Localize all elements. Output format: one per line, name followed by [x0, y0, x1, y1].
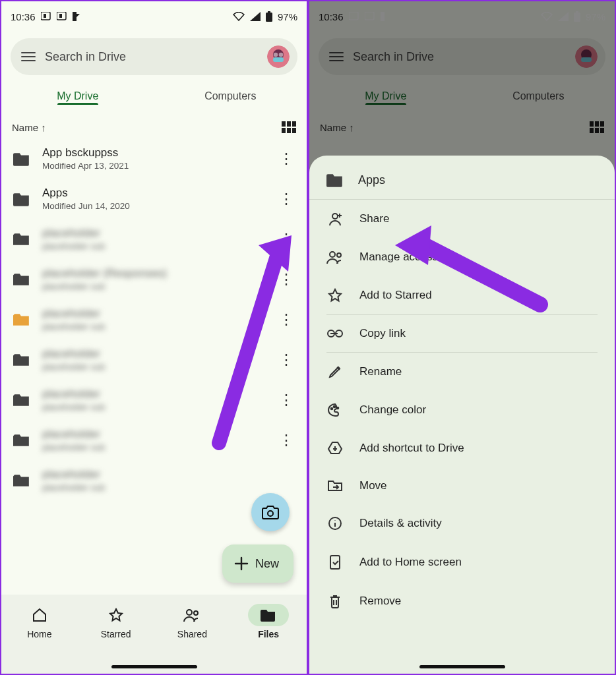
star-icon [326, 288, 344, 303]
status-icon-2 [57, 12, 67, 21]
sheet-change-color[interactable]: Change color [309, 391, 615, 429]
more-icon[interactable]: ⋮ [276, 191, 296, 208]
svg-rect-14 [292, 121, 296, 127]
sheet-details[interactable]: Details & activity [309, 504, 615, 543]
tabs: My Drive Computers [1, 79, 307, 113]
svg-rect-44 [330, 556, 340, 569]
sheet-add-shortcut[interactable]: Add shortcut to Drive [309, 429, 615, 467]
nav-files[interactable]: Files [230, 604, 307, 674]
sheet-move[interactable]: Move [309, 467, 615, 504]
info-icon [326, 516, 344, 531]
more-icon[interactable]: ⋮ [276, 150, 296, 167]
clock: 10:36 [11, 11, 36, 22]
avatar[interactable] [267, 45, 290, 68]
list-item[interactable]: placeholderplaceholder sub ⋮ [5, 339, 303, 380]
svg-rect-16 [287, 128, 291, 133]
add-to-home-icon [326, 554, 344, 570]
plus-icon [234, 556, 249, 571]
more-icon[interactable]: ⋮ [276, 311, 296, 328]
svg-point-41 [334, 406, 336, 408]
camera-icon [262, 505, 279, 519]
people-icon [183, 608, 200, 622]
sheet-share[interactable]: Share [309, 200, 615, 238]
star-icon [108, 608, 124, 622]
camera-fab[interactable] [251, 493, 290, 531]
arrow-up-icon: ↑ [41, 122, 46, 133]
nav-home[interactable]: Home [1, 604, 78, 674]
sheet-rename[interactable]: Rename [309, 353, 615, 391]
svg-point-42 [337, 407, 339, 409]
tab-my-drive[interactable]: My Drive [1, 90, 154, 102]
people-icon [326, 250, 344, 264]
wifi-icon [233, 12, 245, 21]
folder-icon [12, 152, 32, 166]
sort-by-name[interactable]: Name ↑ [12, 122, 46, 133]
sheet-add-home[interactable]: Add to Home screen [309, 543, 615, 582]
search-placeholder: Search in Drive [45, 50, 258, 64]
list-item[interactable]: placeholder (Responses)placeholder sub ⋮ [5, 259, 303, 299]
svg-rect-9 [273, 57, 284, 62]
folder-icon [12, 272, 32, 287]
move-icon [326, 479, 344, 492]
folder-icon [12, 393, 32, 407]
list-item[interactable]: Apps Modified Jun 14, 2020 ⋮ [5, 179, 303, 219]
nav-handle[interactable] [419, 665, 505, 668]
status-bar: 10:36 97% [1, 1, 307, 32]
svg-point-20 [194, 611, 198, 615]
sort-label: Name [12, 122, 38, 133]
phone-right: 10:36 97% Search in Drive My Drive Compu… [308, 0, 616, 675]
sheet-manage-access[interactable]: Manage access [309, 238, 615, 276]
svg-rect-12 [282, 121, 286, 127]
file-sub: Modified Apr 13, 2021 [42, 161, 266, 171]
new-fab[interactable]: New [222, 544, 293, 583]
folder-icon [326, 173, 344, 187]
grid-view-icon[interactable] [282, 121, 296, 133]
list-item[interactable]: placeholderplaceholder sub ⋮ [5, 380, 303, 420]
svg-rect-3 [59, 14, 62, 18]
menu-icon[interactable] [21, 52, 36, 61]
folder-icon [12, 192, 32, 206]
more-icon[interactable]: ⋮ [276, 351, 296, 368]
nav-starred[interactable]: Starred [78, 604, 154, 674]
svg-point-35 [332, 214, 338, 219]
battery-pct: 97% [278, 11, 297, 22]
file-list: App bsckuppss Modified Apr 13, 2021 ⋮ Ap… [1, 138, 307, 500]
nav-handle[interactable] [111, 665, 197, 668]
svg-rect-17 [292, 128, 296, 133]
nav-shared[interactable]: Shared [154, 604, 231, 674]
more-icon[interactable]: ⋮ [276, 231, 296, 248]
pencil-icon [326, 365, 344, 379]
sheet-copy-link[interactable]: Copy link [309, 315, 615, 352]
tab-computers[interactable]: Computers [154, 90, 307, 102]
svg-rect-13 [287, 121, 291, 127]
folder-icon [12, 473, 32, 488]
file-name: App bsckuppss [42, 146, 266, 160]
folder-icon [261, 608, 276, 622]
sheet-remove[interactable]: Remove [309, 582, 615, 620]
status-icon-3 [73, 12, 80, 21]
bottom-nav: Home Starred Shared Files [1, 595, 307, 674]
list-item[interactable]: placeholderplaceholder sub ⋮ [5, 420, 303, 460]
list-item[interactable]: placeholderplaceholder sub [5, 460, 303, 500]
search-bar[interactable]: Search in Drive [11, 38, 297, 75]
list-item[interactable]: App bsckuppss Modified Apr 13, 2021 ⋮ [5, 138, 303, 179]
palette-icon [326, 403, 344, 417]
folder-icon [12, 353, 32, 367]
list-item[interactable]: placeholderplaceholder sub ⋮ [5, 299, 303, 339]
svg-rect-15 [282, 128, 286, 133]
drive-shortcut-icon [326, 441, 344, 455]
list-item[interactable]: placeholderplaceholder sub ⋮ [5, 219, 303, 259]
more-icon[interactable]: ⋮ [276, 271, 296, 288]
status-icon-1 [41, 12, 51, 21]
sheet-header: Apps [309, 160, 615, 200]
folder-icon [12, 312, 32, 327]
svg-rect-5 [268, 11, 270, 13]
more-icon[interactable]: ⋮ [276, 392, 296, 409]
battery-icon [266, 11, 272, 22]
svg-point-18 [268, 511, 273, 516]
home-icon [32, 608, 47, 622]
more-icon[interactable]: ⋮ [276, 432, 296, 449]
file-name: Apps [42, 187, 266, 200]
link-icon [326, 329, 344, 338]
sheet-add-starred[interactable]: Add to Starred [309, 276, 615, 314]
